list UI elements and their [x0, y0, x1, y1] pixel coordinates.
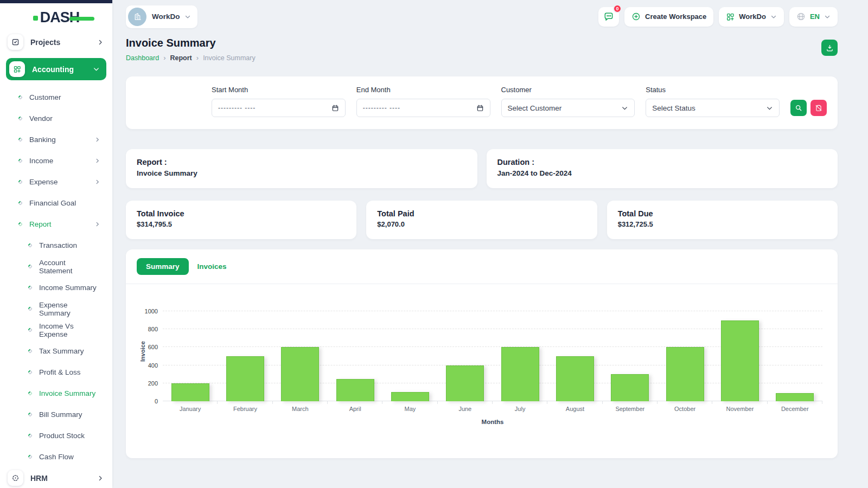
breadcrumb-report[interactable]: Report	[170, 54, 192, 62]
sidebar-subitem[interactable]: Report	[0, 214, 112, 235]
sidebar-subitem[interactable]: Income	[0, 150, 112, 171]
download-button[interactable]	[821, 40, 838, 56]
category-grid-icon	[9, 61, 25, 77]
end-month-input[interactable]: --------- ----	[356, 99, 490, 117]
hrm-icon	[8, 470, 23, 486]
customer-field: Customer Select Customer	[501, 86, 635, 117]
dash-logo[interactable]: DASH	[0, 0, 112, 31]
sidebar-item-projects[interactable]: Projects	[0, 31, 112, 53]
breadcrumb-separator: ›	[163, 54, 165, 62]
bar-November[interactable]	[721, 320, 759, 401]
start-month-field: Start Month --------- ----	[212, 86, 346, 117]
filter-actions	[790, 100, 827, 117]
bar-May[interactable]	[391, 392, 429, 401]
sidebar-report-subitem[interactable]: Transaction	[0, 235, 112, 256]
chart-bars	[163, 311, 822, 401]
sidebar-report-subitem[interactable]: Cash Flow	[0, 446, 112, 467]
bar-August[interactable]	[556, 356, 594, 401]
bar-slot-March	[273, 311, 328, 401]
sidebar-report-subitem[interactable]: Bill Summary	[0, 404, 112, 425]
chevron-right-icon	[97, 39, 104, 46]
customer-select-value: Select Customer	[508, 104, 562, 112]
sidebar-report-subitem[interactable]: Income Summary	[0, 277, 112, 298]
bullet-icon	[28, 264, 33, 269]
bullet-icon	[18, 179, 23, 185]
total-invoice-label: Total Invoice	[137, 209, 346, 218]
start-month-input[interactable]: --------- ----	[212, 99, 346, 117]
language-selector[interactable]: EN	[789, 7, 838, 27]
apply-filter-button[interactable]	[790, 100, 807, 116]
sidebar-subitem-label: Income Summary	[39, 284, 100, 292]
bar-January[interactable]	[171, 383, 209, 401]
bar-July[interactable]	[501, 347, 539, 401]
workspace-name: WorkDo	[152, 12, 180, 21]
sidebar-subitem-label: Income Vs Expense	[39, 322, 100, 338]
status-select[interactable]: Select Status	[646, 99, 780, 117]
calendar-icon	[331, 104, 339, 112]
breadcrumb-current: Invoice Summary	[203, 54, 256, 62]
customer-select[interactable]: Select Customer	[501, 99, 635, 117]
sidebar-report-subitem[interactable]: Account Statement	[0, 256, 112, 277]
tab-invoices[interactable]: Invoices	[197, 262, 227, 271]
report-info-row: Report : Invoice Summary Duration : Jan-…	[126, 149, 838, 188]
sidebar-report-subitem[interactable]: Profit & Loss	[0, 362, 112, 383]
end-month-field: End Month --------- ----	[356, 86, 490, 117]
customer-label: Customer	[501, 86, 635, 94]
bar-slot-August	[547, 311, 602, 401]
create-workspace-button[interactable]: Create Workspace	[624, 7, 713, 27]
bar-April[interactable]	[336, 379, 374, 402]
sidebar-report-subitem[interactable]: Expense Summary	[0, 298, 112, 319]
sidebar-subitem-label: Bill Summary	[39, 410, 100, 419]
sidebar-subitem[interactable]: Expense	[0, 171, 112, 192]
bar-slot-November	[712, 311, 767, 401]
clipboard-off-icon	[815, 104, 822, 112]
sidebar-subitem[interactable]: Financial Goal	[0, 192, 112, 214]
sidebar: DASH Projects Accounting Customer	[0, 0, 112, 488]
breadcrumb-dashboard[interactable]: Dashboard	[126, 54, 159, 62]
bar-June[interactable]	[446, 365, 484, 401]
topbar: WorkDo 0 Create Workspace WorkDo	[126, 0, 838, 28]
chevron-down-icon	[621, 105, 628, 112]
x-axis-labels: JanuaryFebruaryMarchAprilMayJuneJulyAugu…	[163, 406, 822, 412]
logo-bar-icon	[69, 17, 94, 21]
sidebar-subitem-label: Customer	[29, 93, 100, 101]
sidebar-subitem[interactable]: Vendor	[0, 108, 112, 129]
x-tick-label: July	[493, 406, 547, 412]
sidebar-item-label: Accounting	[32, 65, 93, 74]
sidebar-subitem-label: Product Stock	[39, 432, 100, 440]
checkbox-icon	[8, 34, 23, 50]
status-label: Status	[646, 86, 780, 94]
breadcrumb-separator: ›	[196, 54, 199, 62]
sidebar-item-hrm[interactable]: HRM	[0, 467, 112, 488]
reset-filter-button[interactable]	[810, 100, 827, 116]
bar-September[interactable]	[611, 374, 649, 401]
page-header: Invoice Summary Dashboard › Report › Inv…	[126, 37, 838, 62]
bar-March[interactable]	[281, 347, 319, 401]
bullet-icon	[28, 243, 33, 248]
sidebar-subitem-label: Transaction	[39, 241, 100, 249]
workspace-switcher-button[interactable]: WorkDo	[719, 7, 784, 27]
sidebar-subitem-label: Expense Summary	[39, 301, 100, 317]
chevron-down-icon	[766, 105, 773, 112]
bar-slot-September	[603, 311, 658, 401]
bullet-icon	[28, 454, 33, 460]
status-field: Status Select Status	[646, 86, 780, 117]
sidebar-report-subitem[interactable]: Invoice Summary	[0, 383, 112, 404]
bar-slot-June	[438, 311, 493, 401]
messages-button[interactable]: 0	[598, 7, 619, 27]
sidebar-report-subitem[interactable]: Income Vs Expense	[0, 319, 112, 341]
report-value: Invoice Summary	[137, 169, 467, 177]
duration-label: Duration :	[497, 158, 827, 166]
sidebar-subitem[interactable]: Customer	[0, 87, 112, 108]
bar-December[interactable]	[776, 393, 814, 401]
workspace-chip[interactable]: WorkDo	[126, 5, 197, 28]
sidebar-report-subitem[interactable]: Tax Summary	[0, 341, 112, 362]
sidebar-report-subitem[interactable]: Product Stock	[0, 425, 112, 446]
bar-February[interactable]	[226, 356, 264, 401]
tab-summary[interactable]: Summary	[137, 258, 189, 275]
status-select-value: Select Status	[652, 104, 695, 112]
building-icon	[128, 8, 146, 26]
sidebar-item-accounting[interactable]: Accounting	[6, 58, 106, 80]
bar-October[interactable]	[666, 347, 704, 401]
sidebar-subitem[interactable]: Banking	[0, 129, 112, 150]
